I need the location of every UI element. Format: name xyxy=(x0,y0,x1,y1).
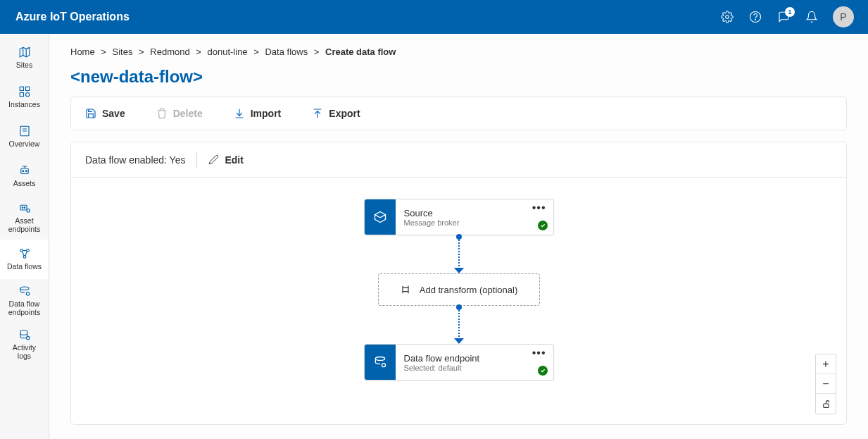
sidebar: Sites Instances Overview Assets Asset en… xyxy=(0,34,49,439)
breadcrumb-current: Create data flow xyxy=(325,47,396,57)
svg-point-18 xyxy=(26,292,30,296)
svg-point-15 xyxy=(20,249,23,252)
svg-rect-21 xyxy=(823,403,829,407)
svg-point-20 xyxy=(382,364,385,367)
sites-map-icon xyxy=(18,46,31,58)
sidebar-item-label: Sites xyxy=(16,61,32,70)
export-button[interactable]: Export xyxy=(312,108,360,119)
header-actions: 1 P xyxy=(720,6,854,27)
overview-page-icon xyxy=(18,125,31,137)
sidebar-item-sites[interactable]: Sites xyxy=(0,38,49,78)
save-label: Save xyxy=(102,108,125,119)
sidebar-item-label: Instances xyxy=(8,101,40,109)
toolbar: Save Delete Import Export xyxy=(70,97,847,130)
breadcrumb-sep: > xyxy=(97,47,110,57)
source-node[interactable]: Source Message broker ••• xyxy=(364,199,554,235)
upload-icon xyxy=(312,108,323,119)
activity-logs-icon xyxy=(18,328,31,341)
divider xyxy=(196,152,197,168)
bell-icon[interactable] xyxy=(805,10,819,24)
breadcrumb: Home > Sites > Redmond > donut-line > Da… xyxy=(70,47,847,57)
connector xyxy=(458,307,460,342)
connector xyxy=(458,237,460,272)
source-icon xyxy=(365,199,396,235)
feedback-icon[interactable]: 1 xyxy=(776,10,791,24)
zoom-fit-button[interactable] xyxy=(816,394,836,414)
breadcrumb-item[interactable]: Data flows xyxy=(265,47,308,57)
source-more-icon[interactable]: ••• xyxy=(532,202,546,214)
sidebar-item-activity-logs[interactable]: Activity logs xyxy=(0,323,49,366)
endpoint-node[interactable]: Data flow endpoint Selected: default ••• xyxy=(364,344,554,381)
trash-icon xyxy=(156,108,168,119)
breadcrumb-sep: > xyxy=(310,47,323,57)
sidebar-item-label: Activity logs xyxy=(13,344,36,360)
add-transform-label: Add transform (optional) xyxy=(420,285,517,295)
add-transform-node[interactable]: Add transform (optional) xyxy=(378,273,540,306)
breadcrumb-item[interactable]: Redmond xyxy=(150,47,189,57)
data-flow-enabled-label: Data flow enabled: Yes xyxy=(85,154,185,166)
instances-grid-icon xyxy=(18,85,31,98)
breadcrumb-sep: > xyxy=(250,47,263,57)
svg-point-12 xyxy=(27,209,30,213)
breadcrumb-item[interactable]: donut-line xyxy=(208,47,248,57)
page-title: <new-data-flow> xyxy=(70,67,847,87)
app-title: Azure IoT Operations xyxy=(15,11,130,23)
zoom-out-button[interactable]: − xyxy=(816,374,836,394)
asset-endpoints-icon xyxy=(18,202,31,214)
source-title: Source xyxy=(404,208,545,218)
sidebar-item-assets[interactable]: Assets xyxy=(0,156,49,196)
svg-rect-11 xyxy=(20,206,27,211)
svg-point-13 xyxy=(22,207,23,209)
sidebar-item-data-flows[interactable]: Data flows xyxy=(0,240,49,279)
canvas-body[interactable]: Source Message broker ••• Add transform … xyxy=(71,178,846,424)
svg-point-14 xyxy=(24,207,25,209)
check-icon xyxy=(538,221,548,230)
assets-robot-icon xyxy=(18,164,31,177)
sidebar-item-label: Data flows xyxy=(7,263,42,271)
svg-rect-5 xyxy=(20,93,23,97)
sidebar-item-label: Overview xyxy=(9,140,40,149)
source-subtitle: Message broker xyxy=(404,218,545,227)
lock-icon xyxy=(822,400,831,409)
main-content: Home > Sites > Redmond > donut-line > Da… xyxy=(49,34,868,439)
sidebar-item-label: Asset endpoints xyxy=(8,217,41,233)
sidebar-item-asset-endpoints[interactable]: Asset endpoints xyxy=(0,196,49,240)
sidebar-item-label: Assets xyxy=(13,180,36,188)
save-icon xyxy=(85,108,96,119)
breadcrumb-item[interactable]: Home xyxy=(70,47,95,57)
canvas-header: Data flow enabled: Yes Edit xyxy=(71,142,846,178)
breadcrumb-item[interactable]: Sites xyxy=(113,47,133,57)
svg-rect-3 xyxy=(20,87,23,90)
save-button[interactable]: Save xyxy=(85,108,125,119)
zoom-in-button[interactable]: + xyxy=(816,354,836,374)
sidebar-item-label: Data flow endpoints xyxy=(8,300,41,316)
transform-icon xyxy=(400,284,411,295)
endpoint-title: Data flow endpoint xyxy=(404,353,545,364)
delete-label: Delete xyxy=(173,108,203,119)
delete-button: Delete xyxy=(156,108,203,119)
sidebar-item-data-flow-endpoints[interactable]: Data flow endpoints xyxy=(0,279,49,323)
svg-point-9 xyxy=(22,171,23,172)
help-icon[interactable] xyxy=(748,10,762,24)
gear-icon[interactable] xyxy=(720,10,734,24)
import-button[interactable]: Import xyxy=(234,108,282,119)
svg-point-17 xyxy=(23,256,26,259)
canvas: Data flow enabled: Yes Edit Source Messa… xyxy=(70,142,847,425)
svg-point-10 xyxy=(25,171,27,172)
download-icon xyxy=(234,108,245,119)
sidebar-item-overview[interactable]: Overview xyxy=(0,117,49,156)
feedback-badge: 1 xyxy=(785,7,795,17)
breadcrumb-sep: > xyxy=(192,47,205,57)
avatar[interactable]: P xyxy=(833,6,854,27)
sidebar-item-instances[interactable]: Instances xyxy=(0,78,49,117)
edit-button[interactable]: Edit xyxy=(208,154,243,166)
data-flows-icon xyxy=(18,247,31,260)
svg-point-0 xyxy=(726,16,729,19)
svg-point-16 xyxy=(26,249,29,252)
endpoint-more-icon[interactable]: ••• xyxy=(532,347,546,359)
data-flow-endpoints-icon xyxy=(18,285,31,297)
endpoint-subtitle: Selected: default xyxy=(404,364,545,372)
svg-point-2 xyxy=(755,19,756,20)
check-icon xyxy=(538,366,548,376)
export-label: Export xyxy=(329,108,360,119)
